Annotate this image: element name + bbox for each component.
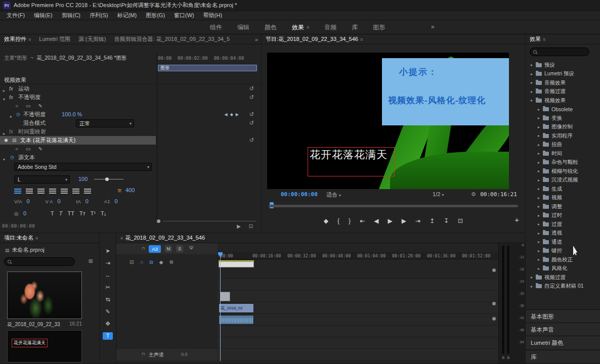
- chevron-icon[interactable]: ▸: [531, 63, 536, 67]
- chevron-icon[interactable]: ▸: [538, 187, 543, 191]
- snap-icon[interactable]: ∩: [140, 259, 143, 265]
- meter-solo-left[interactable]: S: [502, 355, 504, 360]
- effects-folder-row[interactable]: ▸ 过渡: [526, 220, 600, 229]
- audio-track-header[interactable]: ⊓ A3 M S Ψ: [116, 243, 218, 255]
- effects-folder-row[interactable]: ▸ 视频效果: [526, 96, 600, 105]
- small-caps-button[interactable]: Tт: [79, 210, 85, 216]
- new-bin-icon[interactable]: ⊞: [89, 258, 93, 264]
- project-search-input[interactable]: [4, 257, 75, 266]
- resolution-select[interactable]: 1/2 ▾: [433, 191, 444, 197]
- metric-value[interactable]: 0: [57, 198, 60, 204]
- menu-item[interactable]: 窗口(W): [169, 12, 199, 19]
- master-clip-label[interactable]: 主要*图形: [4, 55, 27, 61]
- effect-row-motion[interactable]: ▸ fx 运动 ↺: [0, 84, 261, 93]
- fx-badge-icon[interactable]: fx: [9, 84, 13, 93]
- linked-selection-icon[interactable]: ⧉: [150, 259, 153, 265]
- menu-item[interactable]: 标记(M): [113, 12, 142, 19]
- reset-icon[interactable]: ↺: [249, 93, 254, 102]
- track-lane-a1[interactable]: [218, 314, 498, 326]
- a1-audio-clip[interactable]: [219, 315, 254, 325]
- effects-folder-row[interactable]: ▸ 模糊与锐化: [526, 167, 600, 176]
- effects-folder-row[interactable]: ▸ 音频效果: [526, 78, 600, 87]
- mark-in-button[interactable]: {: [337, 217, 339, 224]
- preview-lane[interactable]: [218, 259, 498, 279]
- sequence-thumbnail[interactable]: 花开花落花满天: [7, 330, 82, 362]
- effects-folder-row[interactable]: ▸ Obsolete: [526, 105, 600, 114]
- panel-menu-icon[interactable]: ≡: [360, 37, 363, 42]
- panel-header-essential-sound[interactable]: 基本声音: [526, 323, 600, 336]
- effects-folder-row[interactable]: ▸ 通道: [526, 238, 600, 247]
- effects-folder-row[interactable]: ▸ 图像控制: [526, 123, 600, 132]
- chevron-icon[interactable]: ▸: [538, 196, 543, 200]
- menu-item[interactable]: 编辑(E): [29, 12, 57, 19]
- panel-menu-icon[interactable]: ≡: [307, 25, 309, 30]
- effects-folder-row[interactable]: ▸ 时间: [526, 149, 600, 158]
- tab-overflow-chevron[interactable]: »: [255, 36, 258, 42]
- play-button[interactable]: ▶: [388, 217, 392, 224]
- opacity-value[interactable]: 100.0 %: [62, 110, 82, 119]
- align-center-button[interactable]: [26, 189, 33, 194]
- lock-icon[interactable]: ⊓: [142, 246, 145, 251]
- chevron-icon[interactable]: ▸: [538, 249, 543, 253]
- slip-tool[interactable]: ⇆: [103, 296, 113, 303]
- project-tab[interactable]: 项目:未命名 ≡: [4, 234, 38, 242]
- effects-folder-row[interactable]: ▸ 杂色与颗粒: [526, 158, 600, 167]
- go-to-out-button[interactable]: ⇥: [415, 217, 420, 224]
- panel-tab[interactable]: 效果控件 ≡: [4, 35, 31, 43]
- stroke-icon[interactable]: ◎: [14, 209, 19, 218]
- effects-tab[interactable]: 效果 ≡: [530, 35, 545, 43]
- extract-button[interactable]: ↧: [444, 217, 449, 224]
- chevron-down-icon[interactable]: ▾: [3, 155, 5, 164]
- panel-header-essential-graphics[interactable]: 基本图形: [526, 309, 600, 323]
- panel-header-lumetri-color[interactable]: Lumetri 颜色: [526, 336, 600, 349]
- selection-tool[interactable]: ➤: [103, 247, 113, 255]
- lift-button[interactable]: ↥: [430, 217, 435, 224]
- track-lane-v2[interactable]: [218, 291, 498, 302]
- workspace-tab[interactable]: 图形 ≡: [373, 23, 385, 32]
- scrollbar-knob[interactable]: [492, 317, 496, 321]
- chevron-icon[interactable]: ▸: [531, 98, 536, 103]
- chevron-icon[interactable]: ▸: [538, 125, 543, 129]
- current-timecode[interactable]: 00:00:00:00: [281, 191, 318, 198]
- menu-item[interactable]: 帮助(H): [199, 12, 227, 19]
- font-size-value[interactable]: 100: [78, 175, 88, 184]
- master-volume-value[interactable]: 0.0: [181, 352, 188, 357]
- effect-controls-ruler[interactable]: 00:0000:00:02:0000:00:04:00: [158, 56, 244, 61]
- graphics-clip[interactable]: [219, 261, 254, 267]
- menu-item[interactable]: 剪辑(C): [57, 12, 85, 19]
- solo-button[interactable]: S: [176, 245, 183, 252]
- master-track-header[interactable]: ⊓ 主声道 0.0: [116, 349, 218, 361]
- workspace-overflow-chevron[interactable]: »: [431, 23, 435, 30]
- voiceover-mic-icon[interactable]: Ψ: [189, 245, 193, 251]
- chevron-icon[interactable]: ▸: [531, 89, 536, 94]
- chevron-icon[interactable]: ▸: [538, 213, 543, 218]
- mask-rect-icon[interactable]: ▭: [26, 146, 30, 152]
- workspace-tab[interactable]: 效果 ≡: [292, 23, 309, 32]
- chevron-icon[interactable]: ▸: [538, 151, 543, 156]
- program-scrubber[interactable]: [269, 205, 518, 207]
- panel-header-libraries[interactable]: 库: [526, 350, 600, 363]
- graphics-clip-bar[interactable]: 图形: [158, 65, 257, 71]
- workspace-tab[interactable]: 编辑 ≡: [237, 23, 249, 32]
- chevron-icon[interactable]: ▸: [531, 284, 536, 289]
- chevron-icon[interactable]: ▸: [538, 143, 543, 147]
- type-tool[interactable]: T: [103, 332, 113, 340]
- mask-ellipse-icon[interactable]: ○: [15, 146, 18, 152]
- eye-icon[interactable]: ◉: [4, 136, 8, 145]
- effects-search-input[interactable]: [530, 48, 589, 56]
- chevron-icon[interactable]: ▸: [538, 266, 543, 271]
- workspace-tab[interactable]: 音频 ≡: [324, 23, 336, 32]
- export-frame-button[interactable]: ⊡: [458, 217, 463, 224]
- effects-folder-row[interactable]: ▸ 过时: [526, 211, 600, 220]
- effects-folder-row[interactable]: ▸ 沉浸式视频: [526, 176, 600, 185]
- mark-out-button[interactable]: }: [349, 217, 351, 224]
- blend-mode-select[interactable]: 正常 ▾: [76, 119, 134, 127]
- sequence-clip-label[interactable]: 花_2018_02_09_22_33_34_546 *图形: [36, 55, 127, 61]
- play-icon[interactable]: ▶: [237, 223, 241, 229]
- v2-clip[interactable]: [220, 292, 230, 301]
- button-editor-plus[interactable]: +: [515, 215, 519, 224]
- next-keyframe-icon[interactable]: ▶: [236, 110, 239, 119]
- font-size-slider-thumb[interactable]: [105, 177, 109, 181]
- effects-folder-row[interactable]: ▸ 颜色校正: [526, 255, 600, 264]
- chevron-icon[interactable]: ▸: [538, 160, 543, 165]
